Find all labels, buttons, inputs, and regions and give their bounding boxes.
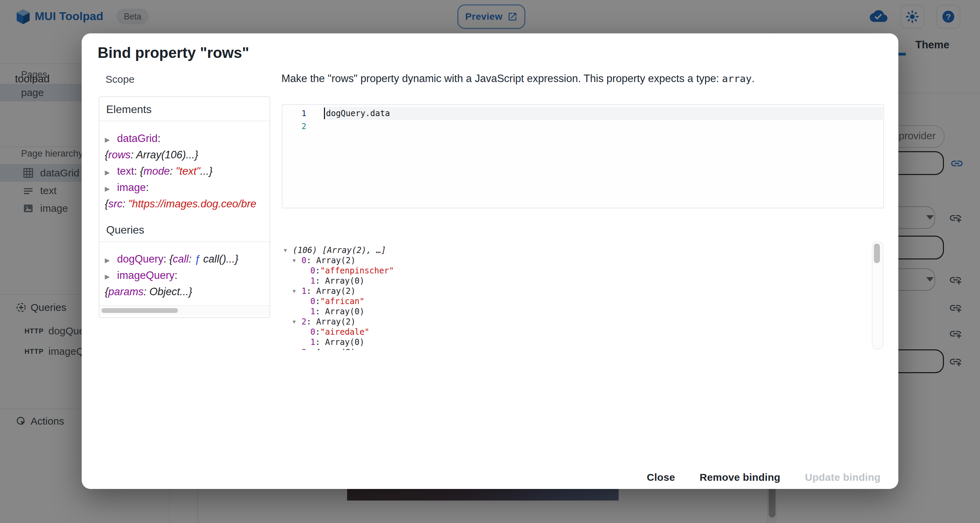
tree-text-segment: : xyxy=(315,296,320,306)
tree-row: ▶dogQuery: {call: ƒ call()...} xyxy=(105,251,269,267)
tree-text-segment: text xyxy=(117,165,134,177)
tree-text-segment: mode xyxy=(143,165,170,177)
tree-row: ▼2: Array(2) xyxy=(293,317,872,327)
tree-row: {params: Object...} xyxy=(105,284,269,300)
tree-text-segment: : Array(0) xyxy=(315,306,364,317)
tree-text-segment: 1 xyxy=(301,286,306,296)
result-object-tree: ▼(106) [Array(2), …]▼0: Array(2)0: "affe… xyxy=(284,242,872,350)
tree-row: ▶dataGrid: xyxy=(105,131,269,147)
tree-text-segment: rows xyxy=(108,149,130,161)
line-number: 2 xyxy=(282,120,306,133)
scope-horizontal-scrollbar[interactable] xyxy=(99,305,269,315)
tree-text-segment: ƒ xyxy=(194,253,203,265)
tree-text-segment: { xyxy=(105,149,108,161)
tree-text-segment: src xyxy=(108,198,122,210)
tree-text-segment: : xyxy=(189,253,194,265)
tree-text-segment: params xyxy=(108,286,143,298)
tree-row: ▶text: {mode: "text"...} xyxy=(105,163,269,179)
tree-text-segment: : Array(0) xyxy=(315,337,364,347)
tree-text-segment: 1 xyxy=(310,276,315,286)
scope-scrollbar-thumb[interactable] xyxy=(102,308,178,313)
tree-text-segment: : Array(2) xyxy=(306,286,356,296)
tree-text-segment: : xyxy=(134,165,140,177)
tree-text-segment: : Array(106)...} xyxy=(130,149,198,161)
bind-property-dialog: Bind property "rows" Scope Elements ▶dat… xyxy=(82,33,898,489)
tree-text-segment: 0 xyxy=(301,255,306,266)
expression-result-preview: ▼(106) [Array(2), …]▼0: Array(2)0: "affe… xyxy=(284,242,872,350)
tree-text-segment: : xyxy=(123,198,128,210)
tree-text-segment: "airedale" xyxy=(320,327,369,337)
tree-expand-icon[interactable]: ▼ xyxy=(293,255,301,266)
tree-text-segment: { xyxy=(105,286,108,298)
tree-text-segment: call()...} xyxy=(203,253,238,265)
tree-text-segment: 1 xyxy=(310,337,315,347)
elements-header: Elements xyxy=(106,103,151,116)
tree-text-segment: "https://images.dog.ceo/bre xyxy=(128,198,256,210)
tree-text-segment: : Array(0) xyxy=(315,276,364,286)
dialog-title: Bind property "rows" xyxy=(98,44,249,61)
tree-text-segment: : xyxy=(315,327,320,337)
tree-text-segment: 1 xyxy=(310,306,315,317)
tree-row: ▼(106) [Array(2), …] xyxy=(284,245,872,255)
tree-expand-icon[interactable]: ▼ xyxy=(293,347,301,350)
tree-text-segment: call xyxy=(173,253,189,265)
divider xyxy=(99,241,269,242)
tree-row: 1: Array(0) xyxy=(301,276,872,286)
tree-row: 0: "african" xyxy=(301,296,872,306)
tree-text-segment: : xyxy=(146,182,149,193)
tree-expand-icon[interactable]: ▼ xyxy=(293,286,301,296)
close-button[interactable]: Close xyxy=(644,467,678,488)
tree-text-segment: : Array(2) xyxy=(306,317,356,327)
queries-header: Queries xyxy=(106,224,144,236)
tree-text-segment: image xyxy=(117,182,146,193)
tree-text-segment: "affenpinscher" xyxy=(320,266,394,276)
tree-expand-icon[interactable]: ▼ xyxy=(284,245,293,255)
update-binding-button[interactable]: Update binding xyxy=(802,467,883,488)
tree-row: ▶imageQuery: xyxy=(105,267,269,284)
dialog-actions: Close Remove binding Update binding xyxy=(644,467,883,488)
divider xyxy=(99,121,269,121)
tree-text-segment: : xyxy=(158,132,161,144)
dialog-description: Make the "rows" property dynamic with a … xyxy=(282,72,891,86)
text-cursor xyxy=(324,108,325,119)
tree-text-segment: imageQuery xyxy=(117,269,175,281)
tree-row: 1: Array(0) xyxy=(301,306,872,317)
code-editor[interactable]: 1 2 dogQuery.data xyxy=(282,104,884,208)
remove-binding-button[interactable]: Remove binding xyxy=(697,467,783,488)
tree-text-segment: (106) [Array(2), …] xyxy=(293,245,386,255)
tree-text-segment: : Object...} xyxy=(143,286,192,298)
tree-expand-icon[interactable]: ▶ xyxy=(105,132,117,148)
tree-expand-icon[interactable]: ▼ xyxy=(293,317,301,327)
line-number: 1 xyxy=(282,107,306,120)
tree-expand-icon[interactable]: ▶ xyxy=(105,181,117,197)
tree-text-segment: "text" xyxy=(176,165,200,177)
editor-code-line: dogQuery.data xyxy=(326,107,390,120)
output-scrollbar[interactable] xyxy=(872,241,883,349)
tree-text-segment: 0 xyxy=(310,327,315,337)
queries-scope-tree: ▶dogQuery: {call: ƒ call()...}▶imageQuer… xyxy=(105,251,269,300)
tree-expand-icon[interactable]: ▶ xyxy=(105,164,117,181)
tree-row: ▼1: Array(2) xyxy=(293,286,872,296)
tree-text-segment: 3 xyxy=(301,347,306,350)
elements-scope-tree: ▶dataGrid:{rows: Array(106)...}▶text: {m… xyxy=(105,131,269,212)
tree-text-segment: dataGrid xyxy=(117,132,158,144)
tree-row: 0: "affenpinscher" xyxy=(301,266,872,276)
tree-expand-icon[interactable]: ▶ xyxy=(105,252,117,269)
tree-text-segment: : xyxy=(175,269,178,281)
expected-type-code: array xyxy=(722,73,752,85)
tree-row: ▼3: Array(2) xyxy=(293,347,872,350)
tree-row: ▼0: Array(2) xyxy=(293,255,872,266)
output-scrollbar-thumb[interactable] xyxy=(874,244,880,263)
tree-expand-icon[interactable]: ▶ xyxy=(105,269,117,285)
tree-text-segment: : xyxy=(163,253,169,265)
tree-text-segment: : xyxy=(170,165,176,177)
editor-active-line xyxy=(324,107,883,120)
tree-text-segment: 0 xyxy=(310,296,315,306)
tree-row: ▶image: xyxy=(105,179,269,196)
tree-text-segment: dogQuery xyxy=(117,253,163,265)
tree-text-segment: 2 xyxy=(301,317,306,327)
tree-text-segment: { xyxy=(105,198,108,210)
tree-text-segment: { xyxy=(169,253,172,265)
tree-row: 0: "airedale" xyxy=(301,327,872,337)
scope-label: Scope xyxy=(105,73,134,85)
